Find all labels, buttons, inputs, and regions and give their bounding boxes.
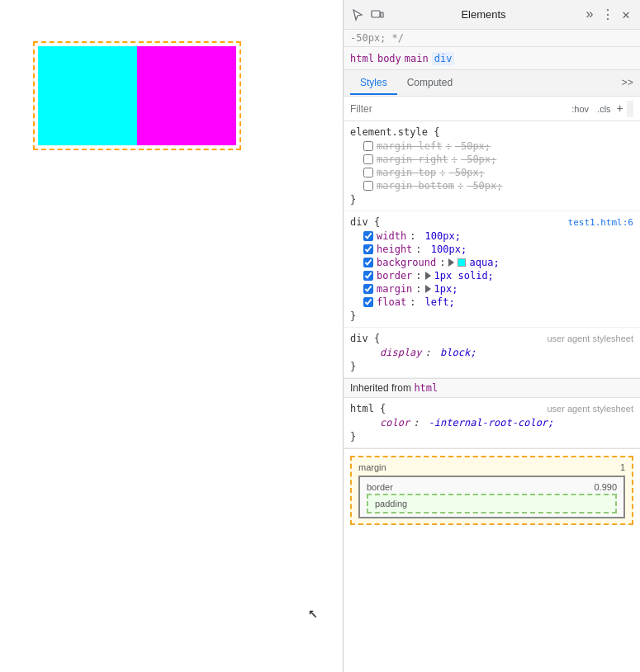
element-style-block: element.style { margin-left : -50px; mar… xyxy=(344,121,640,211)
comment-line: -50px; */ xyxy=(344,30,640,47)
breadcrumb-main[interactable]: main xyxy=(405,53,429,64)
box-model-panel: margin 1 border 0.990 padding xyxy=(344,448,640,532)
element-style-selector: element.style { xyxy=(350,126,439,138)
margin-left-checkbox[interactable] xyxy=(363,141,373,151)
breadcrumb-body[interactable]: body xyxy=(377,53,401,64)
margin-label-row: margin 1 xyxy=(358,461,625,474)
margin-expand-icon[interactable] xyxy=(425,285,431,293)
box-model-margin-box: margin 1 border 0.990 padding xyxy=(350,456,633,525)
tab-styles[interactable]: Styles xyxy=(350,72,397,95)
margin-label: margin xyxy=(358,462,386,472)
chevron-right-icon[interactable]: » xyxy=(582,7,597,22)
div-ua-selector: div { xyxy=(350,333,380,344)
div-source-link[interactable]: test1.html:6 xyxy=(568,217,633,228)
background-val: aqua; xyxy=(469,257,499,268)
margin-bottom-checkbox[interactable] xyxy=(363,181,373,191)
cls-button[interactable]: .cls xyxy=(595,103,614,115)
margin-right-prop: margin-right xyxy=(377,154,448,165)
color-line: color : -internal-root-color; xyxy=(344,416,640,429)
margin-checkbox[interactable] xyxy=(363,284,373,294)
width-line: width : 100px; xyxy=(344,230,640,243)
padding-label: padding xyxy=(375,499,407,509)
background-color-swatch[interactable] xyxy=(457,258,466,267)
div-rule-selector-line: div { test1.html:6 xyxy=(344,215,640,230)
border-label: border xyxy=(367,482,393,492)
display-prop: display xyxy=(380,347,422,358)
cyan-element xyxy=(38,46,137,145)
cursor-inspect-icon[interactable] xyxy=(350,7,365,22)
cursor-arrow: ↖ xyxy=(308,602,318,622)
div-rule-close-brace: } xyxy=(344,309,640,324)
filter-input[interactable] xyxy=(350,103,566,115)
add-style-button[interactable]: + xyxy=(617,102,623,116)
hov-button[interactable]: :hov xyxy=(569,103,591,115)
dashed-container xyxy=(33,41,241,150)
tabs-row: Styles Computed >> xyxy=(344,70,640,97)
html-ua-selector: html { xyxy=(350,403,386,414)
margin-top-val: -50px; xyxy=(448,167,484,178)
border-label-row: border 0.990 xyxy=(367,480,617,494)
border-val: 1px solid; xyxy=(434,270,494,282)
border-prop: border xyxy=(377,270,412,282)
div-ua-selector-line: div { user agent stylesheet xyxy=(344,331,640,346)
background-prop: background xyxy=(377,257,436,268)
color-prop: color xyxy=(380,417,410,428)
tab-computed[interactable]: Computed xyxy=(397,72,462,95)
div-ua-block: div { user agent stylesheet display : bl… xyxy=(344,328,640,378)
margin-bottom-val: -50px; xyxy=(467,180,502,192)
margin-left-line: margin-left : -50px; xyxy=(344,140,640,153)
background-checkbox[interactable] xyxy=(363,258,373,267)
scrollbar-indicator xyxy=(627,101,633,117)
margin-prop: margin xyxy=(377,283,412,295)
styles-content: element.style { margin-left : -50px; mar… xyxy=(344,121,640,672)
breadcrumb-bar: html body main div xyxy=(344,47,640,70)
breadcrumb-div[interactable]: div xyxy=(432,52,455,65)
more-options-icon[interactable]: ⋮ xyxy=(600,7,615,22)
margin-val: 1px; xyxy=(434,283,458,295)
preview-area xyxy=(17,25,326,167)
margin-top-checkbox[interactable] xyxy=(363,168,373,177)
background-expand-icon[interactable] xyxy=(448,258,454,267)
devtools-panel: Elements » ⋮ ✕ -50px; */ html body main … xyxy=(343,0,640,672)
border-line: border : 1px solid; xyxy=(344,269,640,282)
device-toggle-icon[interactable] xyxy=(370,7,385,22)
background-line: background : aqua; xyxy=(344,256,640,269)
margin-top-line: margin-top : -50px; xyxy=(344,166,640,179)
ua-source-label: user agent stylesheet xyxy=(547,334,633,343)
display-line: display : block; xyxy=(344,346,640,359)
html-ua-block: html { user agent stylesheet color : -in… xyxy=(344,398,640,448)
breadcrumb-html[interactable]: html xyxy=(350,53,374,64)
margin-value: 1 xyxy=(620,462,625,472)
height-checkbox[interactable] xyxy=(363,244,373,254)
margin-bottom-line: margin-bottom : -50px; xyxy=(344,179,640,192)
filter-bar: :hov .cls + xyxy=(344,97,640,121)
filter-buttons: :hov .cls + xyxy=(569,102,623,116)
inherited-header: Inherited from html xyxy=(344,378,640,398)
box-model-border-box: border 0.990 padding xyxy=(358,476,625,518)
div-ua-close-brace: } xyxy=(344,359,640,374)
html-ua-source-label: user agent stylesheet xyxy=(547,404,633,414)
close-icon[interactable]: ✕ xyxy=(619,7,633,22)
margin-right-checkbox[interactable] xyxy=(363,154,373,164)
float-prop: float xyxy=(377,296,406,308)
inherited-tag: html xyxy=(414,382,438,394)
border-value: 0.990 xyxy=(594,482,617,492)
width-prop: width xyxy=(377,230,406,242)
html-ua-close-brace: } xyxy=(344,429,640,444)
display-val: block; xyxy=(434,347,476,358)
element-style-selector-line: element.style { xyxy=(344,125,640,140)
float-val: left; xyxy=(419,296,454,308)
svg-rect-0 xyxy=(372,11,380,17)
border-checkbox[interactable] xyxy=(363,271,373,281)
tab-chevron-icon[interactable]: >> xyxy=(622,78,633,89)
float-checkbox[interactable] xyxy=(363,297,373,307)
margin-left-val: -50px; xyxy=(455,140,491,152)
element-style-close-brace: } xyxy=(344,192,640,207)
div-rule-block: div { test1.html:6 width : 100px; height… xyxy=(344,211,640,328)
width-checkbox[interactable] xyxy=(363,231,373,241)
devtools-title: Elements xyxy=(388,8,579,21)
margin-line: margin : 1px; xyxy=(344,282,640,296)
devtools-topbar: Elements » ⋮ ✕ xyxy=(344,0,640,30)
border-expand-icon[interactable] xyxy=(425,272,431,280)
height-val: 100px; xyxy=(425,244,467,255)
